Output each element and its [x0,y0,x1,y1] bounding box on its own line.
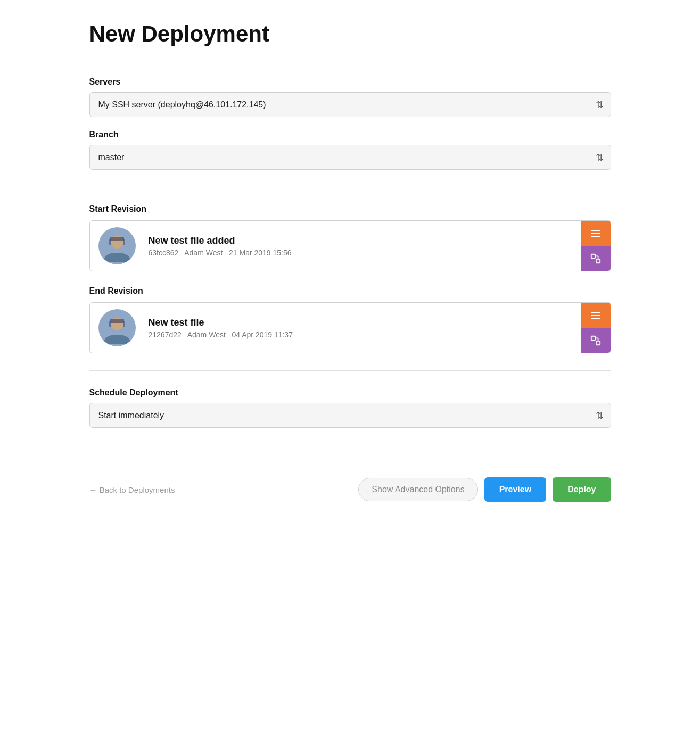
end-avatar-icon [98,309,136,346]
schedule-field-group: Schedule Deployment Start immediatelySch… [89,388,611,428]
servers-select[interactable]: My SSH server (deployhq@46.101.172.145) [89,92,611,117]
back-to-deployments-link[interactable]: ← Back to Deployments [89,485,175,494]
svg-rect-2 [110,237,124,241]
branch-field-group: Branch masterdevelopmain ⇅ [89,130,611,170]
branch-label: Branch [89,130,611,139]
schedule-divider [89,445,611,445]
end-revision-card: New test file 21267d22 Adam West 04 Apr … [89,302,611,353]
start-revision-label: Start Revision [89,204,611,214]
start-revision-compare-button[interactable] [581,246,611,271]
end-compare-icon [590,335,602,346]
branch-divider [89,187,611,187]
svg-rect-9 [596,259,599,262]
start-revision-actions [581,221,611,271]
end-revision-section: End Revision New test file 21267d22 Adam… [89,286,611,353]
svg-rect-17 [591,312,600,313]
start-revision-title: New test file added [149,235,577,246]
compare-icon [590,253,602,264]
schedule-select[interactable]: Start immediatelySchedule for later [89,403,611,428]
svg-rect-18 [591,315,600,316]
svg-rect-6 [591,233,600,234]
end-revision-author: Adam West [187,330,226,339]
branch-select[interactable]: masterdevelopmain [89,145,611,170]
start-avatar-icon [98,227,136,264]
start-revision-list-button[interactable] [581,221,611,246]
svg-rect-4 [123,239,125,245]
schedule-select-wrapper: Start immediatelySchedule for later ⇅ [89,403,611,428]
servers-label: Servers [89,77,611,87]
end-revision-actions [581,303,611,353]
svg-rect-15 [109,321,111,327]
end-revision-title: New test file [149,317,577,328]
deploy-button[interactable]: Deploy [553,477,611,502]
end-revision-list-button[interactable] [581,303,611,328]
schedule-label: Schedule Deployment [89,388,611,398]
svg-rect-5 [591,230,600,231]
start-revision-section: Start Revision New test file added 63fcc… [89,204,611,271]
start-revision-avatar [98,227,136,264]
end-revision-meta: 21267d22 Adam West 04 Apr 2019 11:37 [149,330,577,339]
svg-rect-3 [109,239,111,245]
svg-rect-21 [596,341,599,344]
end-revision-compare-button[interactable] [581,328,611,353]
show-advanced-options-button[interactable]: Show Advanced Options [358,478,477,501]
end-revision-label: End Revision [89,286,611,296]
start-revision-card: New test file added 63fcc862 Adam West 2… [89,220,611,271]
end-revision-date: 04 Apr 2019 11:37 [232,330,292,339]
start-revision-hash: 63fcc862 [149,249,179,257]
svg-rect-19 [591,318,600,319]
list-icon [590,228,602,239]
end-revision-avatar [98,309,136,346]
servers-select-wrapper: My SSH server (deployhq@46.101.172.145) … [89,92,611,117]
end-revision-info: New test file 21267d22 Adam West 04 Apr … [144,310,581,346]
preview-button[interactable]: Preview [484,477,546,502]
footer-actions: Show Advanced Options Preview Deploy [358,477,611,502]
revision-divider [89,370,611,371]
servers-field-group: Servers My SSH server (deployhq@46.101.1… [89,77,611,117]
footer-bar: ← Back to Deployments Show Advanced Opti… [89,462,611,502]
start-revision-meta: 63fcc862 Adam West 21 Mar 2019 15:56 [149,249,577,257]
svg-rect-20 [591,336,595,340]
end-list-icon [590,310,602,321]
start-revision-date: 21 Mar 2019 15:56 [229,249,292,257]
branch-select-wrapper: masterdevelopmain ⇅ [89,145,611,170]
svg-rect-7 [591,236,600,237]
start-revision-info: New test file added 63fcc862 Adam West 2… [144,228,581,264]
svg-rect-14 [110,319,124,323]
start-revision-author: Adam West [184,249,223,257]
page-title: New Deployment [89,21,611,47]
svg-rect-16 [123,321,125,327]
title-divider [89,60,611,60]
end-revision-hash: 21267d22 [149,330,182,339]
svg-rect-8 [591,254,595,258]
